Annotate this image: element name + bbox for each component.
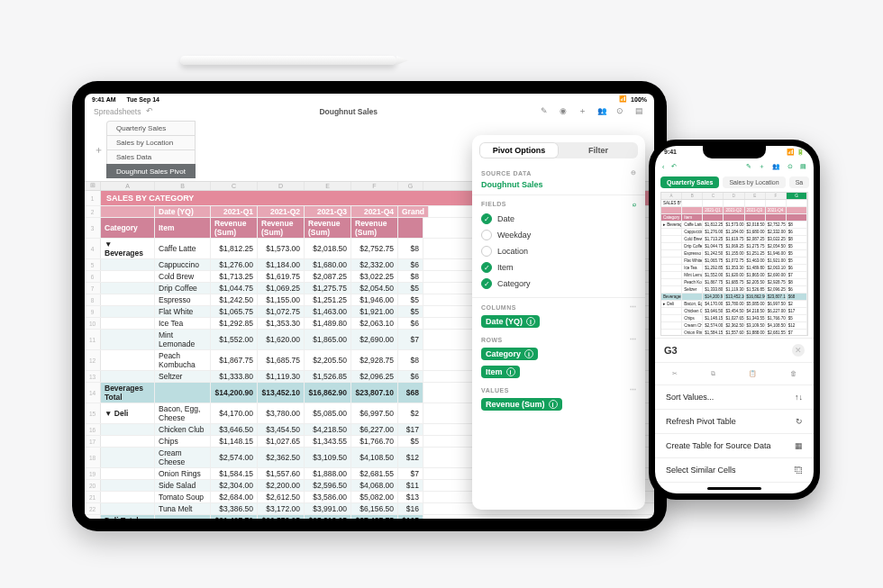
item-cell[interactable]: Tomato Soup xyxy=(155,492,211,502)
value-cell[interactable]: $5,085.00 xyxy=(305,403,351,423)
grand-cell[interactable]: $6 xyxy=(398,318,423,329)
context-menu-item[interactable]: Create Table for Source Data▦ xyxy=(655,434,814,458)
value-cell[interactable]: $1,044.75 xyxy=(211,283,258,294)
format-icon[interactable]: ✎ xyxy=(541,106,551,116)
quarter-header[interactable]: 2021-Q3 xyxy=(305,206,351,217)
search-fields-icon[interactable]: ⌕ xyxy=(633,201,637,207)
category-cell[interactable] xyxy=(101,371,155,382)
collab-icon[interactable]: 👥 xyxy=(597,106,607,116)
value-cell[interactable]: $2,200.00 xyxy=(258,480,305,491)
category-cell[interactable] xyxy=(101,480,155,491)
total-value[interactable]: $21,497.70 xyxy=(211,515,258,519)
item-header[interactable]: Item xyxy=(155,218,211,238)
grand-cell[interactable]: $8 xyxy=(398,271,423,282)
sheet-tab[interactable]: Quarterly Sales xyxy=(106,121,196,135)
item-cell[interactable]: Bacon, Egg, Cheese xyxy=(155,403,211,423)
measure-header[interactable]: Revenue (Sum) xyxy=(351,218,398,238)
value-cell[interactable]: $1,921.00 xyxy=(351,306,398,317)
value-cell[interactable]: $2,304.00 xyxy=(211,480,258,491)
value-cell[interactable]: $1,766.70 xyxy=(351,436,398,447)
grand-cell[interactable]: $16 xyxy=(398,503,423,514)
value-cell[interactable]: $1,155.00 xyxy=(258,294,305,305)
value-cell[interactable]: $1,865.00 xyxy=(305,330,351,349)
chip-info-icon[interactable]: i xyxy=(549,400,558,409)
measure-header[interactable]: Revenue (Sum) xyxy=(305,218,351,238)
rows-more-icon[interactable]: ⋯ xyxy=(630,336,637,343)
value-cell[interactable]: $1,685.75 xyxy=(258,350,305,370)
value-cell[interactable]: $3,646.50 xyxy=(211,424,258,435)
grand-cell[interactable]: $6 xyxy=(398,371,423,382)
field-row[interactable]: Location xyxy=(478,243,640,259)
total-label[interactable]: Beverages Total xyxy=(101,383,155,403)
value-cell[interactable]: $3,586.00 xyxy=(305,492,351,502)
value-cell[interactable]: $3,022.25 xyxy=(351,271,398,282)
field-checkbox[interactable]: ✓ xyxy=(481,213,492,224)
value-cell[interactable]: $4,108.50 xyxy=(351,448,398,467)
grand-cell[interactable]: $8 xyxy=(398,350,423,370)
grand-cell[interactable]: $7 xyxy=(398,330,423,349)
delete-icon[interactable]: 🗑 xyxy=(790,370,797,377)
date-label[interactable]: Date (YQ) xyxy=(155,206,211,217)
grand-cell[interactable]: $8 xyxy=(398,239,423,258)
column-header[interactable]: G xyxy=(398,182,423,190)
field-checkbox[interactable] xyxy=(481,246,492,257)
value-cell[interactable]: $1,353.30 xyxy=(258,318,305,329)
total-label[interactable]: Deli Total xyxy=(101,515,155,519)
value-cell[interactable]: $1,812.25 xyxy=(211,239,258,258)
grand-cell[interactable]: $13 xyxy=(398,492,423,502)
category-cell[interactable] xyxy=(101,330,155,349)
item-cell[interactable]: Peach Kombucha xyxy=(155,350,211,370)
column-header[interactable]: A xyxy=(101,182,155,190)
category-cell[interactable] xyxy=(101,448,155,467)
values-more-icon[interactable]: ⋯ xyxy=(630,386,637,394)
iphone-col-header[interactable]: A xyxy=(661,193,682,199)
more-icon[interactable]: ⊙ xyxy=(787,163,793,170)
item-cell[interactable]: Side Salad xyxy=(155,480,211,491)
iphone-col-header[interactable]: G xyxy=(787,193,807,199)
value-cell[interactable]: $4,068.00 xyxy=(351,480,398,491)
item-cell[interactable]: Cappuccino xyxy=(155,259,211,270)
chip-info-icon[interactable]: i xyxy=(526,317,535,326)
total-grand[interactable]: $68 xyxy=(398,383,423,403)
column-header[interactable]: C xyxy=(211,182,258,190)
item-cell[interactable]: Seltzer xyxy=(155,371,211,382)
iphone-col-header[interactable]: D xyxy=(724,193,744,199)
value-cell[interactable]: $3,109.50 xyxy=(305,448,351,467)
value-cell[interactable]: $1,148.15 xyxy=(211,436,258,447)
column-header[interactable]: D xyxy=(258,182,305,190)
category-cell[interactable] xyxy=(101,468,155,479)
value-cell[interactable]: $3,780.00 xyxy=(258,403,305,423)
cell[interactable] xyxy=(101,206,155,217)
value-cell[interactable]: $2,681.55 xyxy=(351,468,398,479)
item-cell[interactable]: Caffe Latte xyxy=(155,239,211,258)
value-cell[interactable]: $2,362.50 xyxy=(258,448,305,467)
cut-icon[interactable]: ✂ xyxy=(672,370,678,377)
iphone-sheet-tab[interactable]: Sales by Location xyxy=(723,176,785,188)
measure-header[interactable]: Revenue (Sum) xyxy=(258,218,305,238)
value-cell[interactable]: $1,065.75 xyxy=(211,306,258,317)
back-icon[interactable]: ‹ xyxy=(662,164,664,170)
value-cell[interactable]: $1,027.65 xyxy=(258,436,305,447)
pivot-chip[interactable]: Itemi xyxy=(481,366,520,378)
value-cell[interactable]: $1,069.25 xyxy=(258,283,305,294)
value-cell[interactable]: $4,218.50 xyxy=(305,424,351,435)
value-cell[interactable]: $1,489.80 xyxy=(305,318,351,329)
panel-segment[interactable]: Pivot Options Filter xyxy=(479,142,638,158)
seg-pivot-options[interactable]: Pivot Options xyxy=(479,142,559,158)
value-cell[interactable]: $1,275.75 xyxy=(305,283,351,294)
value-cell[interactable]: $1,251.25 xyxy=(305,294,351,305)
value-cell[interactable]: $1,184.00 xyxy=(258,259,305,270)
value-cell[interactable]: $1,526.85 xyxy=(305,371,351,382)
item-cell[interactable]: Cream Cheese xyxy=(155,448,211,467)
total-grand[interactable]: $105 xyxy=(398,515,423,519)
grand-cell[interactable]: $6 xyxy=(398,259,423,270)
source-more-icon[interactable]: ⊖ xyxy=(631,169,637,176)
value-cell[interactable]: $1,242.50 xyxy=(211,294,258,305)
grand-cell[interactable]: $12 xyxy=(398,448,423,467)
value-cell[interactable]: $1,343.55 xyxy=(305,436,351,447)
item-cell[interactable]: Ice Tea xyxy=(155,318,211,329)
cell[interactable] xyxy=(155,383,211,403)
pivot-chip[interactable]: Revenue (Sum)i xyxy=(481,398,562,411)
value-cell[interactable]: $3,386.50 xyxy=(211,503,258,514)
value-cell[interactable]: $2,928.75 xyxy=(351,350,398,370)
